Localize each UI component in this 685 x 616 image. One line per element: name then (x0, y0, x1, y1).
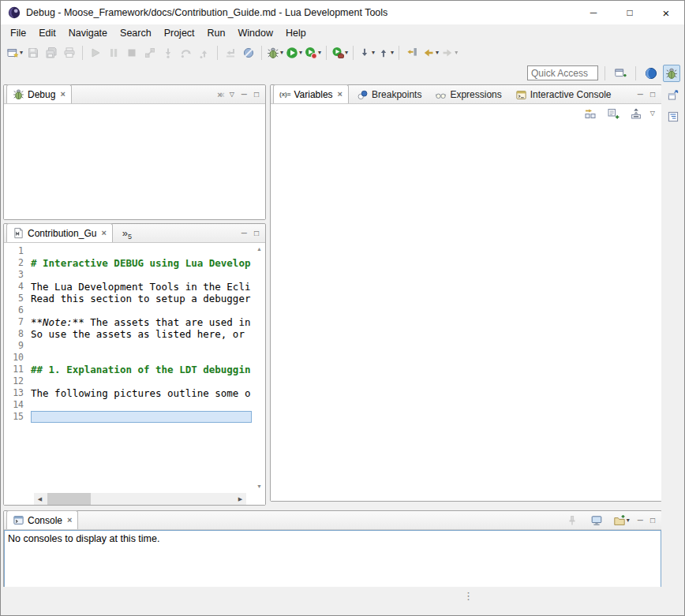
tab-expressions[interactable]: Expressions (429, 86, 507, 103)
editor-line[interactable]: 2# Interactive DEBUG using Lua Develop (4, 257, 252, 269)
drop-to-frame-button[interactable] (222, 44, 239, 62)
previous-annotation-button[interactable]: ▾ (376, 44, 395, 62)
print-button[interactable] (61, 44, 78, 62)
window-maximize-button[interactable]: □ (612, 1, 648, 24)
back-button[interactable]: ▾ (421, 44, 440, 62)
open-console-dropdown-icon[interactable]: ▾ (627, 517, 630, 524)
debug-maximize-button[interactable]: □ (254, 91, 259, 99)
resume-button[interactable] (87, 44, 104, 62)
debug-view-content[interactable] (4, 104, 265, 219)
editor-line[interactable]: 3 (4, 269, 252, 281)
tab-breakpoints[interactable]: Breakpoints (351, 86, 427, 103)
close-icon[interactable]: × (338, 90, 342, 99)
editor-line[interactable]: 8So use the assets as listed here, or (4, 328, 252, 340)
variables-view-content[interactable] (271, 123, 661, 501)
display-selected-console-button[interactable] (588, 512, 605, 529)
show-logical-structures-button[interactable] (582, 105, 599, 122)
close-icon[interactable]: × (60, 90, 65, 99)
next-annotation-dropdown-icon[interactable]: ▾ (372, 49, 375, 56)
minimized-outline-view-button[interactable] (664, 108, 682, 125)
menu-project[interactable]: Project (158, 28, 201, 39)
run-button[interactable]: ▾ (285, 44, 303, 62)
scroll-down-icon[interactable]: ▼ (256, 483, 262, 489)
menu-search[interactable]: Search (114, 28, 158, 39)
debug-button[interactable]: ▾ (266, 44, 284, 62)
save-button[interactable] (24, 44, 42, 62)
step-into-button[interactable] (159, 44, 177, 62)
run-dropdown-icon[interactable]: ▾ (299, 49, 302, 56)
editor-line[interactable]: 15 (4, 411, 252, 423)
open-console-button[interactable]: ▾ (612, 512, 631, 529)
menu-run[interactable]: Run (201, 28, 232, 39)
editor-line[interactable]: 14 (4, 399, 252, 411)
scroll-right-icon[interactable]: ▶ (234, 496, 246, 502)
collapse-all-button[interactable] (627, 105, 645, 122)
window-minimize-button[interactable]: ─ (575, 1, 612, 24)
variables-view-menu-button[interactable]: ▽ (650, 110, 655, 117)
terminate-button[interactable] (123, 44, 140, 62)
forward-dropdown-icon[interactable]: ▾ (455, 49, 458, 56)
close-icon[interactable]: × (101, 229, 106, 237)
editor-line[interactable]: 4The Lua Development Tools in the Ecli (4, 281, 252, 293)
open-perspective-button[interactable] (612, 65, 629, 82)
step-over-button[interactable] (178, 44, 195, 62)
tab-interactive-console[interactable]: Interactive Console (510, 86, 617, 103)
console-content[interactable]: No consoles to display at this time. (4, 530, 661, 588)
editor-line[interactable]: 13The following pictures outline some o (4, 387, 252, 399)
variables-maximize-button[interactable]: □ (650, 91, 655, 99)
menu-window[interactable]: Window (232, 28, 279, 39)
editor-line[interactable]: 6 (4, 304, 252, 316)
pin-console-button[interactable] (563, 512, 581, 529)
editor-line[interactable]: 12 (4, 375, 252, 387)
ldt-perspective-button[interactable] (642, 65, 660, 82)
forward-button[interactable]: ▾ (440, 44, 459, 62)
step-return-button[interactable] (196, 44, 213, 62)
restore-minimized-view-button[interactable] (664, 87, 682, 104)
editor-line[interactable]: 10 (4, 352, 252, 364)
debug-view-tab[interactable]: Debug × (6, 84, 72, 103)
last-edit-location-button[interactable] (403, 44, 421, 62)
next-annotation-button[interactable]: ▾ (357, 44, 376, 62)
menu-edit[interactable]: Edit (32, 28, 62, 39)
editor-tab-contribution-guide[interactable]: Contribution_Gu × (6, 223, 113, 242)
remove-all-terminated-button[interactable]: × (217, 90, 222, 99)
scrollbar-thumb[interactable] (47, 493, 91, 505)
quick-access-input[interactable] (527, 65, 598, 80)
previous-annotation-dropdown-icon[interactable]: ▾ (391, 49, 394, 56)
debug-minimize-button[interactable]: ─ (241, 91, 247, 99)
save-all-button[interactable] (43, 44, 60, 62)
window-close-button[interactable]: × (648, 1, 684, 24)
editor-line[interactable]: 1 (4, 245, 252, 257)
close-icon[interactable]: × (67, 516, 72, 525)
coverage-dropdown-icon[interactable]: ▾ (318, 49, 321, 56)
back-dropdown-icon[interactable]: ▾ (436, 49, 439, 56)
scroll-left-icon[interactable]: ◀ (34, 496, 46, 502)
new-dropdown-icon[interactable]: ▾ (20, 49, 23, 56)
scroll-up-icon[interactable]: ▲ (256, 246, 262, 252)
editor-minimize-button[interactable]: ─ (241, 230, 247, 237)
coverage-button[interactable]: ▾ (304, 44, 322, 62)
hidden-editors-chevron[interactable]: »5 (122, 227, 132, 239)
external-tools-button[interactable]: ▾ (331, 44, 349, 62)
skip-all-breakpoints-button[interactable] (240, 44, 257, 62)
console-tab[interactable]: Console × (6, 510, 78, 529)
scrollbar-track[interactable] (46, 493, 234, 505)
suspend-button[interactable] (105, 44, 122, 62)
variables-minimize-button[interactable]: ─ (638, 91, 643, 99)
console-minimize-button[interactable]: ─ (638, 517, 643, 525)
debug-view-menu-button[interactable]: ▽ (230, 91, 234, 98)
editor-line[interactable]: 11## 1. Explanation of the LDT debuggin (4, 364, 252, 375)
console-maximize-button[interactable]: □ (650, 517, 655, 525)
editor-line[interactable]: 7**Note:** The assets that are used in (4, 316, 252, 328)
menu-file[interactable]: File (4, 28, 32, 39)
debug-dropdown-icon[interactable]: ▾ (280, 49, 283, 56)
debug-perspective-button[interactable] (663, 65, 680, 82)
editor-line[interactable]: 9 (4, 340, 252, 352)
new-variables-view-button[interactable] (605, 105, 622, 122)
menu-navigate[interactable]: Navigate (62, 28, 114, 39)
resize-grip[interactable]: ⋮ (463, 590, 474, 602)
editor-maximize-button[interactable]: □ (254, 230, 259, 237)
new-button[interactable]: ▾ (6, 44, 24, 62)
external-tools-dropdown-icon[interactable]: ▾ (345, 49, 348, 56)
editor-line[interactable]: 5Read this section to setup a debugger (4, 293, 252, 304)
